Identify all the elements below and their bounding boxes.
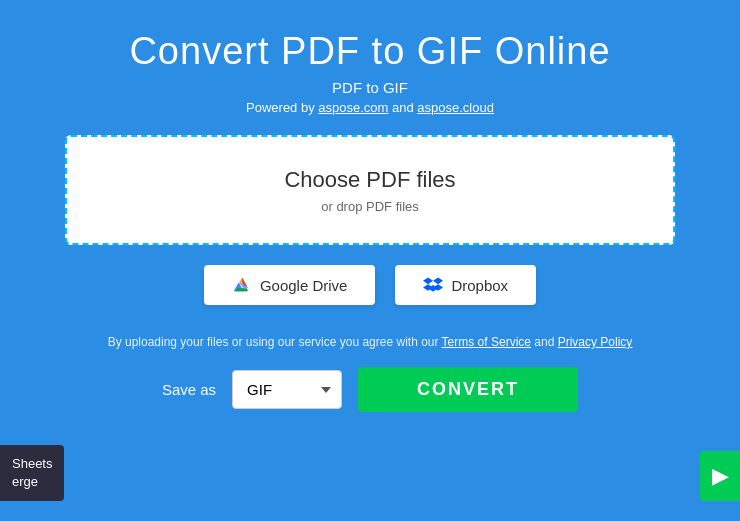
page-title: Convert PDF to GIF Online bbox=[129, 30, 610, 73]
terms-text: By uploading your files or using our ser… bbox=[108, 335, 633, 349]
tos-link[interactable]: Terms of Service bbox=[442, 335, 531, 349]
powered-by: Powered by aspose.com and aspose.cloud bbox=[246, 100, 494, 115]
drop-zone-title: Choose PDF files bbox=[284, 167, 455, 193]
convert-button[interactable]: CONVERT bbox=[358, 367, 578, 412]
left-tab-line2: erge bbox=[12, 473, 52, 491]
subtitle: PDF to GIF bbox=[332, 79, 408, 96]
save-as-label: Save as bbox=[162, 381, 216, 398]
aspose-cloud-link[interactable]: aspose.cloud bbox=[417, 100, 494, 115]
arrow-icon: ▶ bbox=[712, 463, 729, 489]
bottom-bar: Save as GIF PNG JPEG TIFF CONVERT bbox=[162, 367, 578, 412]
left-tab[interactable]: Sheets erge bbox=[0, 445, 64, 501]
privacy-link[interactable]: Privacy Policy bbox=[558, 335, 633, 349]
dropbox-label: Dropbox bbox=[451, 277, 508, 294]
cloud-buttons: Google Drive Dropbox bbox=[204, 265, 536, 305]
dropbox-icon bbox=[423, 275, 443, 295]
right-arrow-button[interactable]: ▶ bbox=[700, 451, 740, 501]
google-drive-icon bbox=[232, 275, 252, 295]
left-tab-line1: Sheets bbox=[12, 455, 52, 473]
dropbox-button[interactable]: Dropbox bbox=[395, 265, 536, 305]
drop-zone[interactable]: Choose PDF files or drop PDF files bbox=[65, 135, 675, 245]
format-select[interactable]: GIF PNG JPEG TIFF bbox=[232, 370, 342, 409]
powered-by-text: Powered by bbox=[246, 100, 318, 115]
google-drive-label: Google Drive bbox=[260, 277, 348, 294]
aspose-com-link[interactable]: aspose.com bbox=[318, 100, 388, 115]
google-drive-button[interactable]: Google Drive bbox=[204, 265, 376, 305]
drop-zone-subtitle: or drop PDF files bbox=[321, 199, 419, 214]
